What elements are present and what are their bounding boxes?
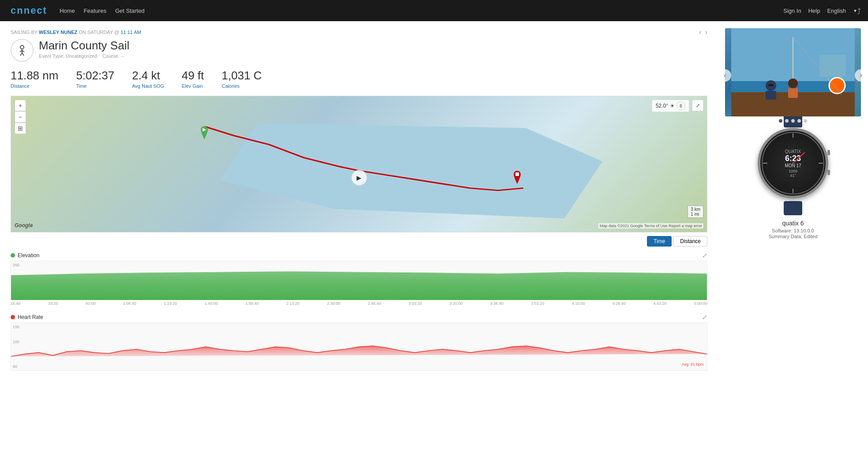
activity-title-block: Marin County Sail Event Type: Uncategori…: [39, 39, 129, 59]
svg-rect-6: [11, 96, 707, 232]
x-label-14: 4:10:00: [572, 301, 585, 306]
carousel-dot-4[interactable]: [804, 119, 807, 123]
time-toggle-button[interactable]: Time: [647, 236, 672, 247]
map-route-svg: [11, 96, 707, 232]
heart-dot: [11, 315, 15, 319]
heart-rate-chart-title: Heart Rate: [11, 314, 43, 320]
x-label-16: 4:43:20: [654, 301, 667, 306]
stat-time-label: Time: [76, 83, 114, 89]
course-label: Course:: [102, 53, 120, 59]
stats-row: 11.88 nm Distance 5:02:37 Time 2.4 kt Av…: [11, 69, 707, 89]
carousel-prev-button[interactable]: ‹: [719, 69, 731, 82]
zoom-out-button[interactable]: −: [15, 111, 26, 123]
logo-c: c: [11, 5, 17, 16]
help-link[interactable]: Help: [808, 7, 820, 14]
distance-toggle-button[interactable]: Distance: [673, 236, 707, 247]
weather-temp: 52.0°: [656, 103, 668, 109]
share-button[interactable]: ⤴: [857, 7, 861, 16]
carousel-dots: [725, 119, 861, 123]
prev-activity-icon[interactable]: ‹: [699, 28, 701, 36]
language-selector[interactable]: English: [827, 7, 846, 14]
svg-rect-10: [819, 55, 846, 77]
x-label-5: 1:40:00: [205, 301, 218, 306]
stat-speed-value: 2.4 kt: [132, 69, 164, 82]
watch-software: Software: 13.10.0.0: [769, 228, 818, 233]
zoom-in-button[interactable]: +: [15, 100, 26, 111]
svg-rect-21: [768, 84, 774, 86]
carousel-dot-0[interactable]: [779, 119, 782, 123]
elevation-chart-header: Elevation ⤢: [11, 252, 707, 259]
x-label-2: 50:00: [86, 301, 96, 306]
svg-rect-8: [515, 172, 519, 176]
nav-get-started[interactable]: Get Started: [115, 7, 144, 14]
stat-calories: 1,031 C Calories: [222, 69, 262, 89]
svg-rect-18: [766, 91, 776, 100]
x-label-11: 3:20:00: [449, 301, 462, 306]
svg-line-5: [22, 53, 24, 56]
heart-avg-label: Avg: 81 bpm: [680, 362, 705, 367]
layers-button[interactable]: ⊞: [15, 123, 26, 134]
navbar: cnnect Home Features Get Started Sign In…: [0, 0, 868, 21]
event-type-value: Uncategorized: [66, 53, 97, 59]
carousel-dot-1[interactable]: [785, 119, 789, 123]
svg-point-14: [834, 82, 841, 89]
stat-elev-value: 49 ft: [182, 69, 204, 82]
page-wrapper: SAILING BY WESLEY NUNEZ ON SATURDAY @ 11…: [0, 21, 868, 385]
x-label-8: 2:30:00: [327, 301, 340, 306]
weather-badge: 52.0° ☀ 6: [652, 100, 689, 112]
event-type-label: Event Type:: [39, 53, 64, 59]
photo-carousel: ‹ ›: [725, 28, 861, 123]
carousel-dot-3[interactable]: [797, 119, 801, 123]
x-label-17: 5:00:00: [694, 301, 707, 306]
map-attribution: Map data ©2021 Google Terms of Use Repor…: [598, 223, 703, 228]
heart-rate-chart-header: Heart Rate ⤢: [11, 314, 707, 321]
weather-sun-icon: ☀: [670, 103, 675, 109]
activity-meta-left: SAILING BY WESLEY NUNEZ ON SATURDAY @ 11…: [11, 30, 141, 35]
x-label-12: 3:36:40: [490, 301, 504, 306]
play-button[interactable]: ▶: [351, 170, 367, 186]
watch-section: QUATIX 6:23 MON 17 1009 41° quat: [725, 128, 861, 239]
x-label-10: 3:03:20: [409, 301, 422, 306]
stat-time-value: 5:02:37: [76, 69, 114, 82]
app-logo[interactable]: cnnect: [11, 5, 47, 16]
stat-distance: 11.88 nm Distance: [11, 69, 58, 89]
nav-features[interactable]: Features: [84, 7, 106, 14]
elevation-fill: [11, 269, 707, 300]
carousel-dot-2[interactable]: [791, 119, 795, 123]
heart-y-max: 150: [13, 325, 19, 329]
heart-chart-area: 150 100 60 Avg: 81 bpm: [11, 322, 707, 371]
x-label-9: 2:46:40: [368, 301, 381, 306]
heart-expand-icon[interactable]: ⤢: [702, 314, 707, 321]
activity-photo: [725, 28, 861, 116]
elevation-x-axis: 16:40 33:20 50:00 1:06:40 1:23:20 1:40:0…: [11, 300, 707, 307]
stat-elev: 49 ft Elev Gain: [182, 69, 204, 89]
photo-scene-svg: [725, 28, 861, 116]
elevation-expand-icon[interactable]: ⤢: [702, 252, 707, 259]
user-link[interactable]: WESLEY NUNEZ: [39, 30, 77, 35]
google-logo: Google: [15, 222, 33, 228]
map-container[interactable]: ▶ + − ⊞ 52.0°: [11, 96, 707, 232]
next-activity-icon[interactable]: ›: [705, 28, 707, 36]
activity-subtitle: Event Type: Uncategorized Course: --: [39, 53, 129, 59]
nav-home[interactable]: Home: [60, 7, 75, 14]
watch-name: quatix 6: [769, 220, 818, 227]
weather-wind-icon: 6: [676, 101, 685, 110]
on-label: ON SATURDAY @: [79, 30, 119, 35]
time-link[interactable]: 11:11 AM: [120, 30, 141, 35]
stat-elev-label: Elev Gain: [182, 83, 204, 89]
watch-info: quatix 6 Software: 13.10.0.0 Summary Dat…: [769, 220, 818, 239]
svg-point-0: [20, 45, 24, 49]
map-scale: 3 km 1 mi: [688, 206, 703, 218]
elevation-dot: [11, 253, 15, 258]
watch-btn-bottom: [827, 170, 830, 175]
elevation-label: Elevation: [18, 252, 39, 258]
x-label-6: 1:56:40: [245, 301, 259, 306]
carousel-next-button[interactable]: ›: [855, 69, 867, 82]
sign-in-link[interactable]: Sign In: [783, 7, 801, 14]
end-marker: [512, 171, 522, 183]
stat-calories-value: 1,031 C: [222, 69, 262, 82]
main-nav: Home Features Get Started: [60, 7, 144, 14]
stat-calories-label: Calories: [222, 83, 262, 89]
course-value: --: [121, 53, 124, 59]
fullscreen-button[interactable]: ⤢: [692, 100, 703, 111]
